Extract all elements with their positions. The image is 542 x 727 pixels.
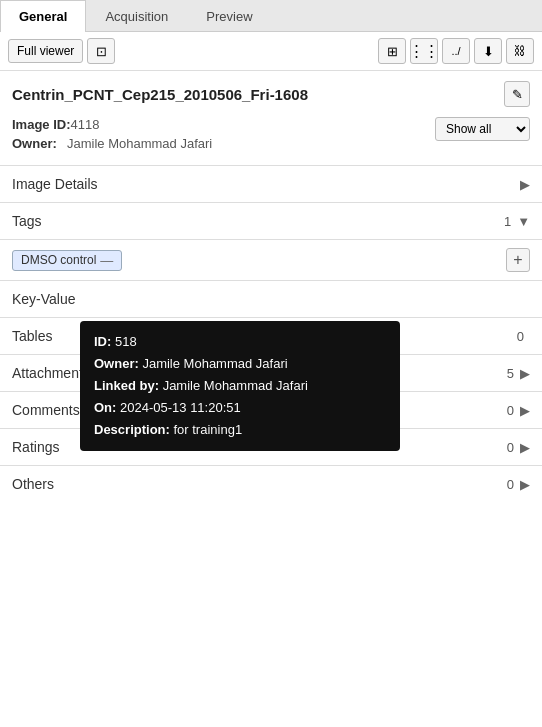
tooltip-desc-label: Description: <box>94 422 170 437</box>
key-value-label: Key-Value <box>12 291 530 307</box>
dmso-label: DMSO control <box>21 253 96 267</box>
tooltip-linked-value: Jamile Mohammad Jafari <box>163 378 308 393</box>
edit-title-button[interactable]: ✎ <box>504 81 530 107</box>
tab-general[interactable]: General <box>0 0 86 32</box>
viewer-icon-button[interactable]: ⊡ <box>87 38 115 64</box>
tooltip-desc-row: Description: for training1 <box>94 419 386 441</box>
tooltip-owner-row: Owner: Jamile Mohammad Jafari <box>94 353 386 375</box>
tab-bar: General Acquisition Preview <box>0 0 542 32</box>
comments-arrow: ▶ <box>520 403 530 418</box>
tables-count: 0 <box>517 329 524 344</box>
image-details-section[interactable]: Image Details ▶ <box>0 165 542 202</box>
tags-label: Tags <box>12 213 498 229</box>
tooltip-linked-row: Linked by: Jamile Mohammad Jafari <box>94 375 386 397</box>
image-id-row: Image ID: 4118 <box>12 117 435 132</box>
tooltip-id-value: 518 <box>115 334 137 349</box>
show-all-container: Show all My data Group data <box>435 117 530 141</box>
image-id-value: 4118 <box>71 117 100 132</box>
remove-tag-button[interactable]: — <box>100 253 113 268</box>
others-arrow: ▶ <box>520 477 530 492</box>
grid-icon: ⊞ <box>387 44 398 59</box>
link-button[interactable]: ⛓ <box>506 38 534 64</box>
tooltip-on-label: On: <box>94 400 116 415</box>
image-id-label: Image ID: <box>12 117 71 132</box>
full-viewer-button[interactable]: Full viewer <box>8 39 83 63</box>
image-details-label: Image Details <box>12 176 520 192</box>
tooltip-id-label: ID: <box>94 334 111 349</box>
tags-arrow: ▼ <box>517 214 530 229</box>
tooltip-owner-value: Jamile Mohammad Jafari <box>142 356 287 371</box>
viewer-icon: ⊡ <box>96 44 107 59</box>
others-section[interactable]: Others 0 ▶ <box>0 465 542 502</box>
add-tag-button[interactable]: + <box>506 248 530 272</box>
attachments-arrow: ▶ <box>520 366 530 381</box>
tooltip-on-row: On: 2024-05-13 11:20:51 <box>94 397 386 419</box>
owner-row: Owner: Jamile Mohammad Jafari <box>12 136 435 151</box>
path-button[interactable]: ../ <box>442 38 470 64</box>
others-count: 0 <box>507 477 514 492</box>
key-value-section[interactable]: Key-Value ID: 518 Owner: Jamile Mohammad… <box>0 280 542 317</box>
download-icon: ⬇ <box>483 44 494 59</box>
show-all-select[interactable]: Show all My data Group data <box>435 117 530 141</box>
tooltip-desc-value: for training1 <box>173 422 242 437</box>
owner-label: Owner: <box>12 136 67 151</box>
others-label: Others <box>12 476 507 492</box>
tags-count: 1 <box>504 214 511 229</box>
plus-icon: + <box>513 251 522 269</box>
tags-section[interactable]: Tags 1 ▼ <box>0 202 542 239</box>
toolbar: Full viewer ⊡ ⊞ ⋮⋮ ../ ⬇ ⛓ <box>0 32 542 71</box>
meta-info: Image ID: 4118 Owner: Jamile Mohammad Ja… <box>12 117 435 155</box>
grid-view-button[interactable]: ⊞ <box>378 38 406 64</box>
dmso-area: DMSO control — + <box>0 239 542 280</box>
tab-acquisition[interactable]: Acquisition <box>86 0 187 32</box>
tooltip-on-value: 2024-05-13 11:20:51 <box>120 400 241 415</box>
hierarchy-button[interactable]: ⋮⋮ <box>410 38 438 64</box>
download-button[interactable]: ⬇ <box>474 38 502 64</box>
tooltip-id-row: ID: 518 <box>94 331 386 353</box>
dmso-tag: DMSO control — <box>12 250 122 271</box>
comments-count: 0 <box>507 403 514 418</box>
image-details-arrow: ▶ <box>520 177 530 192</box>
hierarchy-icon: ⋮⋮ <box>409 42 439 60</box>
ratings-count: 0 <box>507 440 514 455</box>
path-icon: ../ <box>451 45 460 57</box>
tab-preview[interactable]: Preview <box>187 0 271 32</box>
key-value-tooltip: ID: 518 Owner: Jamile Mohammad Jafari Li… <box>80 321 400 451</box>
pencil-icon: ✎ <box>512 87 523 102</box>
image-title: Centrin_PCNT_Cep215_2010506_Fri-1608 <box>12 86 308 103</box>
ratings-arrow: ▶ <box>520 440 530 455</box>
tooltip-owner-label: Owner: <box>94 356 139 371</box>
owner-value: Jamile Mohammad Jafari <box>67 136 212 151</box>
tooltip-linked-label: Linked by: <box>94 378 159 393</box>
title-area: Centrin_PCNT_Cep215_2010506_Fri-1608 ✎ <box>0 71 542 113</box>
attachments-count: 5 <box>507 366 514 381</box>
meta-area: Image ID: 4118 Owner: Jamile Mohammad Ja… <box>0 113 542 165</box>
link-icon: ⛓ <box>514 44 526 58</box>
